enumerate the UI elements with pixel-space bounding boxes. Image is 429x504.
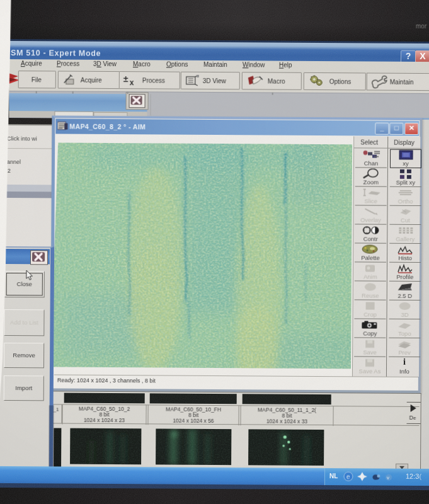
svg-text:e: e xyxy=(346,473,350,480)
svg-text:x: x xyxy=(130,78,134,86)
svg-text:±: ± xyxy=(123,74,129,84)
svg-text:v: v xyxy=(387,475,389,481)
